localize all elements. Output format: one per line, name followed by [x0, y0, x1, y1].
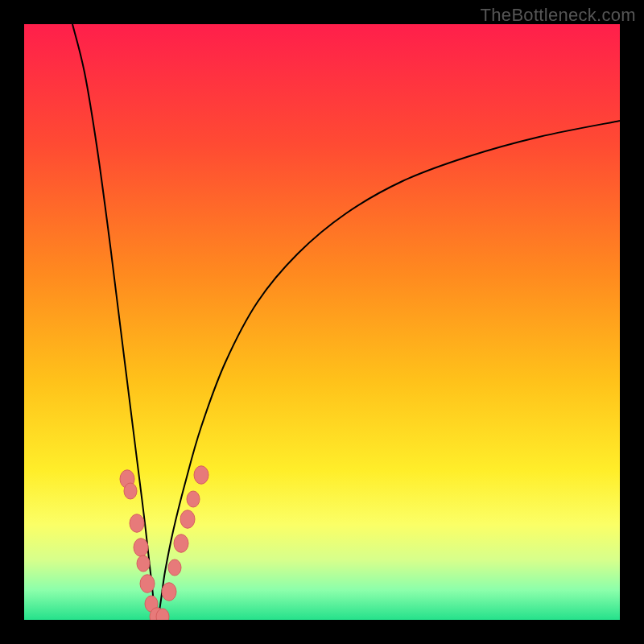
plot-area [24, 24, 620, 620]
data-marker [174, 535, 188, 553]
data-markers [120, 466, 208, 620]
data-marker [124, 483, 137, 499]
data-marker [187, 491, 200, 507]
curve-layer [24, 24, 620, 620]
data-marker [134, 539, 148, 557]
data-marker [162, 583, 176, 601]
data-marker [130, 514, 144, 533]
bottleneck-curve [72, 24, 620, 620]
data-marker [168, 559, 181, 576]
data-marker [180, 510, 195, 529]
data-marker [194, 466, 208, 485]
watermark-text: TheBottleneck.com [481, 5, 636, 26]
data-marker [156, 609, 169, 620]
data-marker [137, 555, 150, 572]
data-marker [140, 575, 155, 593]
outer-frame: TheBottleneck.com [0, 0, 644, 644]
